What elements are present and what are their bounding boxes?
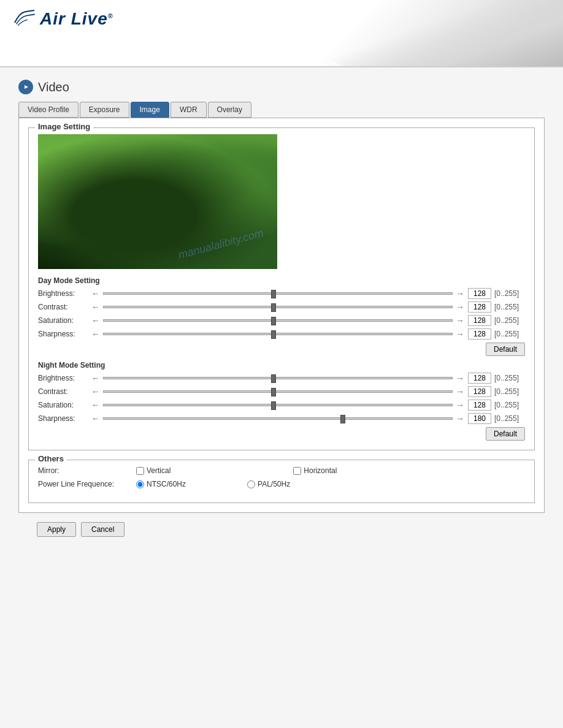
- day-brightness-thumb[interactable]: [271, 290, 276, 298]
- night-contrast-slider-container: ← →: [90, 387, 465, 396]
- day-sharpness-label: Sharpness:: [38, 330, 90, 338]
- day-saturation-right-arrow[interactable]: →: [454, 316, 465, 325]
- day-brightness-row: Brightness: ← → [0..255]: [38, 288, 525, 299]
- night-saturation-row: Saturation: ← → [0..255]: [38, 400, 525, 411]
- day-brightness-label: Brightness:: [38, 289, 90, 298]
- camera-preview: manualalibity.com: [38, 134, 277, 269]
- page-title-row: Video: [18, 80, 545, 94]
- day-contrast-right-arrow[interactable]: →: [454, 302, 465, 312]
- pal-label: PAL/50Hz: [258, 480, 290, 488]
- night-brightness-left-arrow[interactable]: ←: [90, 373, 101, 383]
- day-saturation-label: Saturation:: [38, 316, 90, 325]
- mirror-horizontal-checkbox[interactable]: [293, 467, 301, 475]
- day-sharpness-track[interactable]: [103, 333, 453, 335]
- night-sharpness-left-arrow[interactable]: ←: [90, 414, 101, 423]
- night-saturation-thumb[interactable]: [271, 401, 276, 410]
- day-contrast-left-arrow[interactable]: ←: [90, 302, 101, 312]
- day-brightness-track[interactable]: [103, 292, 453, 295]
- pal-item[interactable]: PAL/50Hz: [247, 480, 290, 488]
- day-default-button[interactable]: Default: [486, 343, 525, 356]
- night-saturation-left-arrow[interactable]: ←: [90, 400, 101, 410]
- night-saturation-range: [0..255]: [494, 401, 525, 409]
- night-saturation-track[interactable]: [103, 404, 453, 406]
- tab-overlay[interactable]: Overlay: [208, 102, 251, 118]
- day-brightness-value[interactable]: [468, 288, 491, 299]
- day-saturation-left-arrow[interactable]: ←: [90, 316, 101, 325]
- night-contrast-left-arrow[interactable]: ←: [90, 387, 101, 396]
- tab-video-profile[interactable]: Video Profile: [18, 102, 79, 118]
- mirror-horizontal-item[interactable]: Horizontal: [293, 466, 337, 475]
- night-sharpness-thumb[interactable]: [340, 415, 345, 423]
- day-sharpness-row: Sharpness: ← → [0..255]: [38, 328, 525, 339]
- night-sharpness-track[interactable]: [103, 417, 453, 420]
- tab-navigation: Video Profile Exposure Image WDR Overlay: [18, 102, 545, 118]
- day-default-btn-row: Default: [38, 343, 525, 356]
- day-contrast-slider-container: ← →: [90, 302, 465, 312]
- day-brightness-slider-container: ← →: [90, 289, 465, 298]
- day-brightness-right-arrow[interactable]: →: [454, 289, 465, 298]
- day-saturation-slider-container: ← →: [90, 316, 465, 325]
- night-brightness-right-arrow[interactable]: →: [454, 373, 465, 383]
- power-line-label: Power Line Frequence:: [38, 480, 136, 488]
- day-sharpness-range: [0..255]: [494, 330, 525, 338]
- brand-name: Air Live®: [40, 9, 113, 29]
- night-sharpness-range: [0..255]: [494, 414, 525, 423]
- night-brightness-thumb[interactable]: [271, 374, 276, 383]
- night-brightness-row: Brightness: ← → [0..255]: [38, 373, 525, 384]
- mirror-checkbox-group: Vertical Horizontal: [136, 466, 337, 475]
- ntsc-label: NTSC/60Hz: [147, 480, 186, 488]
- day-sharpness-thumb[interactable]: [271, 330, 276, 339]
- mirror-horizontal-label: Horizontal: [304, 466, 337, 475]
- night-default-btn-row: Default: [38, 427, 525, 441]
- mirror-vertical-item[interactable]: Vertical: [136, 466, 170, 475]
- night-brightness-value[interactable]: [468, 373, 491, 384]
- power-line-row: Power Line Frequence: NTSC/60Hz PAL/50Hz: [38, 480, 525, 488]
- camera-preview-image: [38, 134, 277, 269]
- day-saturation-track[interactable]: [103, 319, 453, 322]
- tab-image[interactable]: Image: [131, 102, 169, 118]
- night-contrast-right-arrow[interactable]: →: [454, 387, 465, 396]
- night-brightness-range: [0..255]: [494, 374, 525, 382]
- page-title: Video: [38, 80, 69, 94]
- night-sharpness-row: Sharpness: ← → [0..255]: [38, 413, 525, 424]
- night-contrast-thumb[interactable]: [271, 388, 276, 396]
- others-section: Others Mirror: Vertical Horizontal: [28, 460, 535, 503]
- cancel-button[interactable]: Cancel: [81, 522, 124, 537]
- night-contrast-value[interactable]: [468, 386, 491, 397]
- night-saturation-slider-container: ← →: [90, 400, 465, 410]
- day-sharpness-right-arrow[interactable]: →: [454, 329, 465, 339]
- day-contrast-thumb[interactable]: [271, 303, 276, 312]
- mirror-row: Mirror: Vertical Horizontal: [38, 466, 525, 475]
- mirror-vertical-checkbox[interactable]: [136, 467, 144, 475]
- night-brightness-slider-container: ← →: [90, 373, 465, 383]
- bottom-buttons: Apply Cancel: [18, 513, 545, 546]
- tab-exposure[interactable]: Exposure: [80, 102, 129, 118]
- night-sharpness-right-arrow[interactable]: →: [454, 414, 465, 423]
- day-sharpness-left-arrow[interactable]: ←: [90, 329, 101, 339]
- day-sharpness-value[interactable]: [468, 328, 491, 339]
- pal-radio[interactable]: [247, 480, 255, 488]
- night-saturation-right-arrow[interactable]: →: [454, 400, 465, 410]
- day-contrast-value[interactable]: [468, 301, 491, 313]
- night-contrast-track[interactable]: [103, 390, 453, 393]
- apply-button[interactable]: Apply: [37, 522, 76, 537]
- tab-wdr[interactable]: WDR: [170, 102, 207, 118]
- ntsc-item[interactable]: NTSC/60Hz: [136, 480, 186, 488]
- day-saturation-thumb[interactable]: [271, 317, 276, 325]
- main-content: Video Video Profile Exposure Image WDR O…: [0, 67, 563, 728]
- day-contrast-track[interactable]: [103, 306, 453, 308]
- day-saturation-range: [0..255]: [494, 316, 525, 325]
- ntsc-radio[interactable]: [136, 480, 144, 488]
- day-brightness-left-arrow[interactable]: ←: [90, 289, 101, 298]
- night-contrast-row: Contrast: ← → [0..255]: [38, 386, 525, 397]
- mirror-vertical-label: Vertical: [147, 466, 170, 475]
- night-default-button[interactable]: Default: [486, 427, 525, 441]
- night-saturation-value[interactable]: [468, 400, 491, 411]
- night-brightness-track[interactable]: [103, 377, 453, 379]
- power-line-radio-group: NTSC/60Hz PAL/50Hz: [136, 480, 290, 488]
- day-contrast-label: Contrast:: [38, 303, 90, 311]
- day-saturation-value[interactable]: [468, 315, 491, 326]
- night-sharpness-value[interactable]: [468, 413, 491, 424]
- day-mode-label: Day Mode Setting: [38, 276, 525, 285]
- night-contrast-label: Contrast:: [38, 387, 90, 396]
